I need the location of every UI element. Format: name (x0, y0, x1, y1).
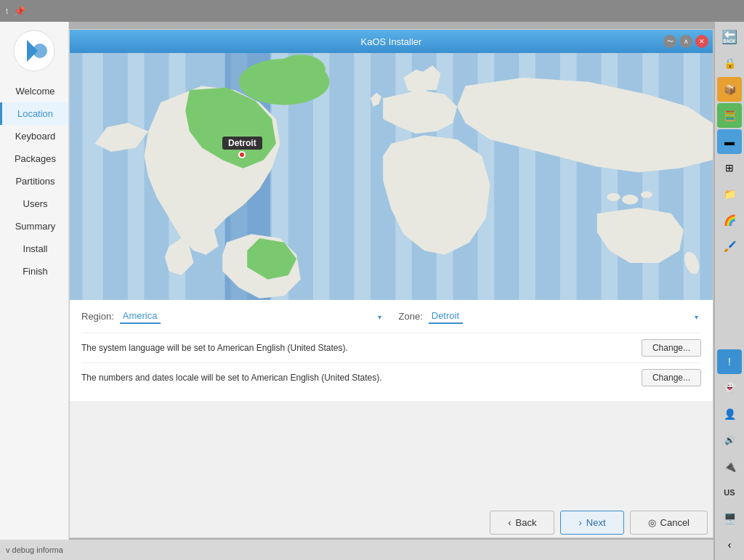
nav-sidebar: Welcome Location Keyboard Packages Parti… (0, 22, 69, 540)
locale-row-2: The numbers and dates locale will be set… (81, 362, 701, 392)
locale-text-2: The numbers and dates locale will be set… (81, 373, 382, 383)
sidebar-icon-calc[interactable]: 🧮 (717, 103, 742, 128)
nav-item-users[interactable]: Users (0, 192, 68, 215)
sidebar-icon-grid[interactable]: ⊞ (717, 155, 742, 180)
nav-item-keyboard[interactable]: Keyboard (0, 125, 68, 147)
form-area: Region: America Zone: Detroit The system… (70, 300, 713, 401)
svg-rect-15 (700, 53, 713, 300)
title-bar: KaOS Installer 〜 ∧ ✕ (70, 30, 713, 53)
sidebar-icon-volume[interactable]: 🔊 (717, 428, 742, 453)
window-title: KaOS Installer (361, 36, 422, 47)
sidebar-icon-arc[interactable]: 🌈 (717, 208, 742, 232)
back-button[interactable]: ‹ Back (490, 511, 554, 535)
nav-item-welcome[interactable]: Welcome (0, 80, 68, 102)
nav-item-partitions[interactable]: Partitions (0, 170, 68, 192)
nav-item-location[interactable]: Location (0, 102, 68, 125)
maximize-button[interactable]: ∧ (679, 35, 692, 48)
svg-point-22 (276, 54, 326, 84)
sidebar-icon-folder[interactable]: 📁 (717, 182, 742, 206)
sidebar-icon-lock[interactable]: 🔒 (717, 51, 742, 76)
installer-window: KaOS Installer 〜 ∧ ✕ (69, 29, 713, 538)
sidebar-icon-active[interactable]: ▬ (717, 129, 742, 154)
locale-text-1: The system language will be set to Ameri… (81, 343, 348, 353)
svg-point-25 (641, 191, 652, 198)
sidebar-icon-paint[interactable]: 🖌️ (717, 234, 742, 259)
region-select[interactable]: America (120, 309, 161, 324)
region-label: Region: (81, 311, 114, 322)
sidebar-icon-usb[interactable]: 🔌 (717, 454, 742, 479)
debug-bar: v debug informa (0, 540, 713, 560)
sidebar-icon-monitor[interactable]: 🖥️ (717, 506, 742, 531)
city-label: Detroit (222, 137, 262, 150)
svg-point-24 (622, 195, 639, 205)
cancel-button[interactable]: ◎ Cancel (630, 511, 708, 535)
back-chevron-icon: ‹ (508, 517, 511, 528)
close-button[interactable]: ✕ (695, 35, 708, 48)
sidebar-icon-orange[interactable]: 📦 (717, 77, 742, 102)
sidebar-locale[interactable]: US (717, 480, 742, 505)
svg-rect-6 (330, 53, 355, 300)
nav-item-packages[interactable]: Packages (0, 147, 68, 170)
zone-field-group: Zone: Detroit (399, 309, 702, 324)
app-logo (12, 29, 56, 73)
right-sidebar: 🔙 🔒 📦 🧮 ▬ ⊞ 📁 🌈 🖌️ ! 👻 👤 🔊 🔌 US 🖥️ ‹ (715, 22, 744, 560)
svg-rect-17 (103, 53, 128, 300)
region-select-wrapper[interactable]: America (120, 309, 384, 324)
city-dot (238, 151, 246, 158)
nav-item-finish[interactable]: Finish (0, 260, 68, 283)
sidebar-icon-alert[interactable]: ! (717, 349, 742, 374)
city-marker-detroit: Detroit (222, 137, 262, 158)
sidebar-icon-person[interactable]: 👤 (717, 402, 742, 426)
pin-icon: 📌 (14, 6, 25, 17)
sidebar-icon-ghost[interactable]: 👻 (717, 376, 742, 400)
nav-item-summary[interactable]: Summary (0, 215, 68, 238)
change-button-2[interactable]: Change... (642, 369, 701, 386)
change-button-1[interactable]: Change... (642, 339, 701, 357)
region-field-group: Region: America (81, 309, 384, 324)
region-zone-row: Region: America Zone: Detroit (81, 309, 701, 324)
cancel-icon: ◎ (648, 517, 656, 528)
debug-text: v debug informa (6, 545, 63, 554)
window-controls: 〜 ∧ ✕ (663, 35, 708, 48)
zone-select[interactable]: Detroit (429, 309, 463, 324)
sidebar-icon-chevron-left[interactable]: ‹ (717, 532, 742, 557)
svg-rect-16 (70, 53, 83, 300)
zone-label: Zone: (399, 311, 423, 322)
svg-point-1 (33, 44, 47, 58)
svg-rect-14 (659, 53, 684, 300)
top-bar: t 📌 (0, 0, 744, 22)
bottom-nav: ‹ Back › Next ◎ Cancel (490, 511, 708, 535)
locale-row-1: The system language will be set to Ameri… (81, 333, 701, 362)
minimize-button[interactable]: 〜 (663, 35, 676, 48)
nav-item-install[interactable]: Install (0, 238, 68, 260)
map-container[interactable]: Detroit (70, 53, 713, 300)
sidebar-icon-1[interactable]: 🔙 (717, 25, 742, 49)
zone-select-wrapper[interactable]: Detroit (429, 309, 701, 324)
next-button[interactable]: › Next (560, 511, 623, 535)
svg-point-23 (607, 193, 620, 201)
next-chevron-icon: › (578, 517, 581, 528)
